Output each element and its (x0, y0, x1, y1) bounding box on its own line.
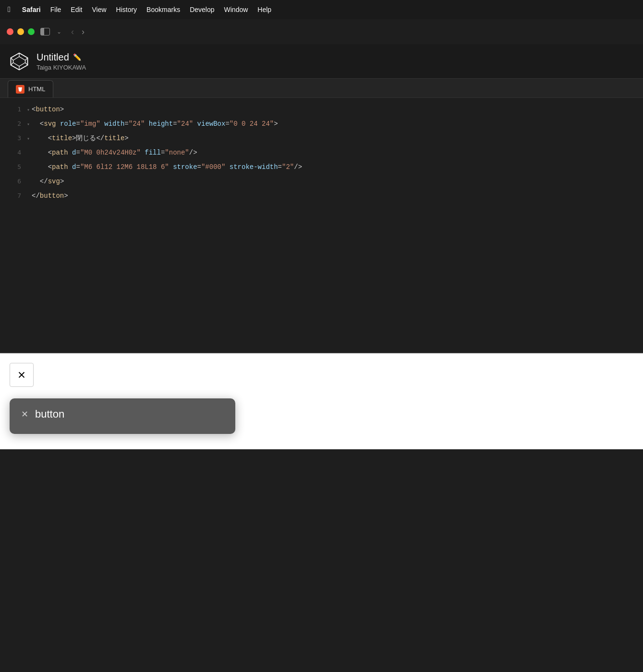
menu-history[interactable]: History (116, 6, 137, 13)
code-line-5: 5 ▾ <path d="M6 6l12 12M6 18L18 6" strok… (0, 160, 643, 175)
edit-pen-title-icon[interactable]: ✏️ (73, 53, 81, 61)
html-tab[interactable]: HTML (8, 80, 53, 97)
line-number-7: 7 (8, 189, 21, 203)
tooltip-x-icon: ✕ (21, 409, 28, 420)
code-content-3: <title>閉じる</title> (32, 132, 129, 145)
pen-title-text: Untitled (36, 52, 69, 63)
close-button-rendered[interactable]: button (10, 363, 34, 387)
line-number-1: 1 (8, 103, 21, 116)
close-window-button[interactable] (7, 28, 13, 35)
traffic-lights (7, 28, 35, 35)
pen-title: Untitled ✏️ (36, 52, 86, 63)
codepen-logo (10, 52, 29, 71)
forward-button[interactable]: › (82, 27, 85, 37)
html-tab-label: HTML (28, 85, 45, 93)
menu-safari[interactable]: Safari (22, 6, 41, 13)
code-content-4: <path d="M0 0h24v24H0z" fill="none"/> (32, 146, 197, 159)
pen-author: Taiga KIYOKAWA (36, 64, 86, 71)
line-number-5: 5 (8, 160, 21, 174)
back-button[interactable]: ‹ (71, 27, 74, 37)
menu-bar:  Safari File Edit View History Bookmark… (0, 0, 643, 19)
code-content-7: </button> (32, 189, 68, 203)
editor-area: HTML 1 ▾ <button> 2 ▾ <svg role="img" wi… (0, 79, 643, 352)
maximize-window-button[interactable] (28, 28, 35, 35)
code-content-1: <button> (32, 103, 64, 116)
fold-indicator-1[interactable]: ▾ (27, 104, 30, 117)
line-number-2: 2 (8, 117, 21, 131)
code-line-1: 1 ▾ <button> (0, 103, 643, 117)
html-tab-icon (16, 85, 24, 94)
svg-marker-1 (13, 57, 25, 66)
title-bar: ⌄ ‹ › (0, 19, 643, 44)
code-editor[interactable]: 1 ▾ <button> 2 ▾ <svg role="img" width="… (0, 98, 643, 352)
fold-indicator-2[interactable]: ▾ (27, 118, 30, 132)
editor-tab-bar: HTML (0, 79, 643, 98)
code-content-6: </svg> (32, 175, 64, 188)
fold-indicator-3[interactable]: ▾ (27, 132, 30, 146)
menu-bookmarks[interactable]: Bookmarks (146, 6, 180, 13)
code-content-5: <path d="M6 6l12 12M6 18L18 6" stroke="#… (32, 160, 302, 174)
codepen-header: Untitled ✏️ Taiga KIYOKAWA (0, 44, 643, 79)
preview-area: button ✕ button (0, 353, 643, 449)
minimize-window-button[interactable] (17, 28, 24, 35)
menu-edit[interactable]: Edit (71, 6, 82, 13)
sidebar-toggle-button[interactable] (40, 28, 50, 36)
menu-help[interactable]: Help (257, 6, 271, 13)
menu-view[interactable]: View (92, 6, 106, 13)
code-line-3: 3 ▾ <title>閉じる</title> (0, 132, 643, 146)
menu-window[interactable]: Window (224, 6, 248, 13)
menu-file[interactable]: File (50, 6, 61, 13)
code-line-2: 2 ▾ <svg role="img" width="24" height="2… (0, 117, 643, 132)
navigation-arrows: ‹ › (71, 27, 85, 37)
tooltip-text: button (35, 408, 64, 420)
code-line-7: 7 ▾ </button> (0, 189, 643, 204)
code-content-2: <svg role="img" width="24" height="24" v… (32, 117, 278, 131)
pen-title-area: Untitled ✏️ Taiga KIYOKAWA (36, 52, 86, 71)
line-number-6: 6 (8, 175, 21, 188)
menu-develop[interactable]: Develop (190, 6, 214, 13)
sidebar-toggle-chevron: ⌄ (57, 28, 61, 35)
code-line-6: 6 ▾ </svg> (0, 175, 643, 189)
code-line-4: 4 ▾ <path d="M0 0h24v24H0z" fill="none"/… (0, 146, 643, 160)
tooltip-container: ✕ button (10, 398, 235, 434)
line-number-4: 4 (8, 146, 21, 159)
apple-menu-icon[interactable]:  (8, 5, 11, 14)
line-number-3: 3 (8, 132, 21, 145)
